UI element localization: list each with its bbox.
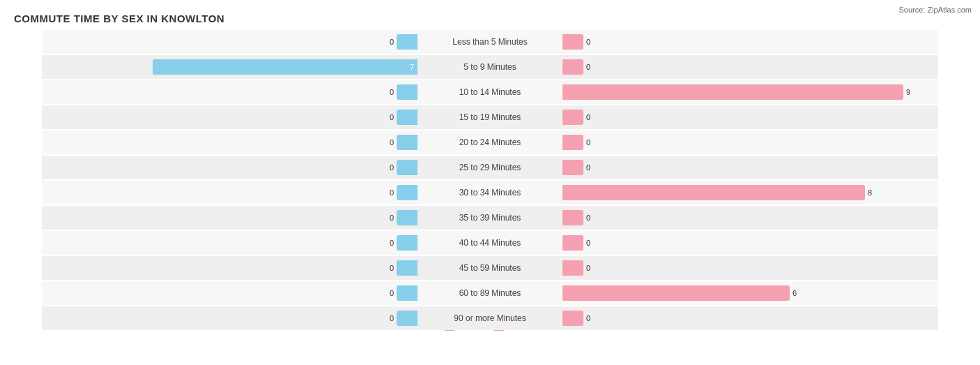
chart-row: 040 to 44 Minutes0	[42, 231, 938, 255]
bar-right-container: 9	[560, 84, 938, 100]
bar-left-container: 0	[42, 160, 420, 175]
bar-female: 9	[562, 84, 903, 100]
row-label: 60 to 89 Minutes	[420, 288, 560, 298]
bar-left-container: 0	[42, 235, 420, 251]
bar-female	[562, 34, 583, 50]
chart-row: 015 to 19 Minutes0	[42, 105, 938, 129]
row-label: 15 to 19 Minutes	[420, 112, 560, 122]
bar-female	[562, 110, 583, 125]
bar-male	[397, 185, 418, 200]
bar-right-container: 6	[560, 285, 938, 301]
female-value-end: 8	[868, 188, 872, 197]
bar-female	[562, 311, 583, 326]
bar-female	[562, 235, 583, 251]
male-zero-value: 0	[390, 138, 394, 147]
male-zero-value: 0	[390, 239, 394, 247]
bar-right-container: 0	[560, 311, 938, 326]
bar-left-container: 0	[42, 34, 420, 50]
row-label: 45 to 59 Minutes	[420, 263, 560, 273]
bar-left-container: 0	[42, 185, 420, 200]
chart-row: 090 or more Minutes0	[42, 306, 938, 330]
row-label: 90 or more Minutes	[420, 313, 560, 323]
bar-female	[562, 210, 583, 225]
chart-container: COMMUTE TIME BY SEX IN KNOWLTON Source: …	[0, 0, 980, 365]
female-value-end: 9	[906, 88, 910, 96]
chart-row: 020 to 24 Minutes0	[42, 131, 938, 154]
bar-right-container: 8	[560, 185, 938, 200]
bar-left-container: 0	[42, 210, 420, 225]
bar-right-container: 0	[560, 135, 938, 150]
female-zero-value: 0	[586, 264, 590, 272]
female-zero-value: 0	[586, 63, 590, 71]
male-zero-value: 0	[390, 314, 394, 322]
row-label: Less than 5 Minutes	[420, 37, 560, 47]
bar-female: 8	[562, 185, 865, 200]
bar-right-container: 0	[560, 160, 938, 175]
bar-male	[397, 135, 418, 150]
male-value: 7	[410, 63, 414, 71]
bar-female	[562, 260, 583, 276]
female-zero-value: 0	[586, 314, 590, 322]
female-zero-value: 0	[586, 113, 590, 121]
female-zero-value: 0	[586, 38, 590, 46]
chart-row: 060 to 89 Minutes6	[42, 281, 938, 305]
female-zero-value: 0	[586, 138, 590, 147]
bar-male	[397, 235, 418, 251]
male-zero-value: 0	[390, 264, 394, 272]
bar-male	[397, 285, 418, 301]
chart-area: 0Less than 5 Minutes075 to 9 Minutes0010…	[0, 30, 980, 304]
male-zero-value: 0	[390, 289, 394, 297]
chart-row: 0Less than 5 Minutes0	[42, 30, 938, 54]
chart-row: 030 to 34 Minutes8	[42, 181, 938, 204]
male-zero-value: 0	[390, 88, 394, 96]
chart-title: COMMUTE TIME BY SEX IN KNOWLTON	[0, 7, 980, 30]
male-zero-value: 0	[390, 188, 394, 197]
bar-right-container: 0	[560, 235, 938, 251]
source-label: Source: ZipAtlas.com	[898, 6, 972, 14]
row-label: 40 to 44 Minutes	[420, 238, 560, 248]
bar-left-container: 0	[42, 84, 420, 100]
chart-row: 010 to 14 Minutes9	[42, 80, 938, 104]
row-label: 35 to 39 Minutes	[420, 213, 560, 223]
bar-male	[397, 110, 418, 125]
female-value-end: 6	[793, 289, 797, 297]
male-zero-value: 0	[390, 113, 394, 121]
female-zero-value: 0	[586, 214, 590, 222]
bar-male	[397, 210, 418, 225]
bar-left-container: 0	[42, 285, 420, 301]
bar-female	[562, 59, 583, 75]
bar-right-container: 0	[560, 59, 938, 75]
bar-right-container: 0	[560, 34, 938, 50]
bar-left-container: 0	[42, 311, 420, 326]
bar-female	[562, 160, 583, 175]
chart-row: 035 to 39 Minutes0	[42, 206, 938, 230]
chart-row: 75 to 9 Minutes0	[42, 55, 938, 79]
row-label: 5 to 9 Minutes	[420, 62, 560, 72]
bar-female: 6	[562, 285, 790, 301]
chart-row: 025 to 29 Minutes0	[42, 156, 938, 179]
row-label: 10 to 14 Minutes	[420, 87, 560, 97]
bar-male	[397, 84, 418, 100]
male-zero-value: 0	[390, 38, 394, 46]
female-zero-value: 0	[586, 163, 590, 172]
male-zero-value: 0	[390, 163, 394, 172]
female-zero-value: 0	[586, 239, 590, 247]
bar-right-container: 0	[560, 210, 938, 225]
row-label: 25 to 29 Minutes	[420, 163, 560, 172]
bar-male	[397, 311, 418, 326]
bar-left-container: 0	[42, 110, 420, 125]
male-zero-value: 0	[390, 214, 394, 222]
bar-left-container: 0	[42, 135, 420, 150]
bar-right-container: 0	[560, 110, 938, 125]
chart-row: 045 to 59 Minutes0	[42, 256, 938, 280]
bar-male	[397, 34, 418, 50]
bar-male	[397, 260, 418, 276]
row-label: 20 to 24 Minutes	[420, 137, 560, 147]
row-label: 30 to 34 Minutes	[420, 188, 560, 198]
bar-male: 7	[153, 59, 418, 75]
bar-male	[397, 160, 418, 175]
bar-right-container: 0	[560, 260, 938, 276]
bar-female	[562, 135, 583, 150]
bar-left-container: 7	[42, 59, 420, 75]
bar-left-container: 0	[42, 260, 420, 276]
